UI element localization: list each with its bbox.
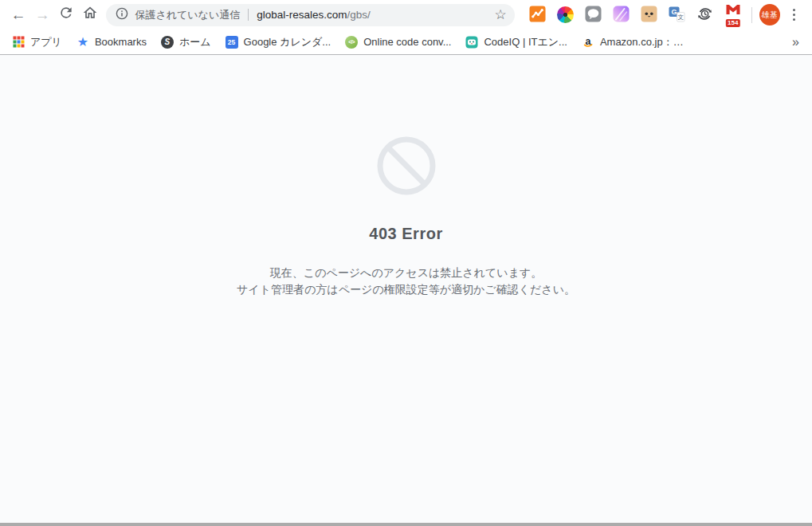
bookmark-label: Amazon.co.jp：… [600, 35, 684, 49]
bookmark-apps[interactable]: アプリ [5, 33, 69, 52]
home-favicon: S [161, 36, 174, 49]
code-converter-favicon: </> [345, 36, 358, 49]
refresh-clock-icon [696, 6, 713, 25]
forward-icon: → [35, 7, 50, 22]
back-icon: ← [11, 7, 26, 22]
bookmark-google-calendar[interactable]: 25 Google カレンダ... [218, 33, 339, 52]
address-bar[interactable]: 保護されていない通信 global-resales.com /gbs/ ☆ [106, 4, 514, 26]
window-bottom-edge [0, 523, 812, 526]
bookmarks-bar: アプリ ★ Bookmarks S ホーム 25 Google カレンダ... … [0, 29, 812, 55]
line-extension-button[interactable] [584, 5, 603, 26]
profile-avatar[interactable]: 雄基 [759, 4, 780, 26]
bookmark-label: Google カレンダ... [244, 35, 331, 49]
error-message-line: 現在、このページへのアクセスは禁止されています。 [0, 265, 812, 281]
bookmark-this-page-icon[interactable]: ☆ [494, 8, 506, 22]
bookmark-bookmarks-folder[interactable]: ★ Bookmarks [69, 33, 154, 52]
apps-grid-icon [12, 36, 25, 49]
kebab-menu-icon [793, 9, 796, 22]
info-icon[interactable] [116, 7, 128, 23]
gmail-notifier-extension-button[interactable]: 154 [724, 5, 743, 26]
url-path[interactable]: /gbs/ [347, 9, 371, 21]
browser-window: ← → 保護されていない通信 global-resales.com /gbs/ … [0, 0, 812, 526]
back-button[interactable]: ← [6, 2, 30, 27]
toolbar-divider [751, 7, 752, 23]
forbidden-icon [377, 184, 436, 198]
error-message-line: サイト管理者の方はページの権限設定等が適切かご確認ください。 [0, 281, 812, 298]
robot-extension-button[interactable] [640, 5, 659, 26]
bookmark-codeiq[interactable]: CodeIQ | ITエン... [458, 33, 574, 52]
forward-button[interactable]: → [30, 2, 54, 27]
robot-face-icon [641, 6, 657, 25]
session-history-extension-button[interactable] [696, 5, 715, 26]
feather-gradient-icon [613, 6, 630, 25]
extensions-area: G文 154 [528, 5, 743, 26]
translate-extension-button[interactable]: G文 [668, 5, 687, 26]
reload-button[interactable] [54, 2, 78, 27]
bookmark-online-code-converter[interactable]: </> Online code conv... [338, 33, 458, 52]
error-title: 403 Error [0, 225, 812, 243]
calendar-favicon: 25 [226, 36, 238, 49]
gmail-unread-badge: 154 [725, 19, 739, 27]
blue-star-icon: ★ [76, 36, 89, 49]
bookmark-amazon[interactable]: a Amazon.co.jp：… [575, 33, 691, 52]
error-page-content: 403 Error 現在、このページへのアクセスは禁止されています。 サイト管理… [0, 55, 812, 523]
bookmarks-overflow-chevron[interactable]: » [787, 35, 804, 49]
bookmark-home[interactable]: S ホーム [154, 33, 218, 52]
amazon-favicon: a [582, 36, 594, 49]
bookmark-label: アプリ [30, 35, 62, 49]
error-message: 現在、このページへのアクセスは禁止されています。 サイト管理者の方はページの権限… [0, 265, 812, 298]
analytics-extension-button[interactable] [528, 5, 547, 26]
chrome-menu-button[interactable] [783, 3, 806, 27]
reload-icon [58, 5, 74, 25]
home-icon [82, 5, 98, 25]
bookmark-label: Bookmarks [95, 36, 147, 48]
codeiq-robot-favicon [465, 36, 478, 49]
bookmark-label: CodeIQ | ITエン... [484, 35, 567, 49]
url-domain[interactable]: global-resales.com [257, 9, 347, 21]
security-label[interactable]: 保護されていない通信 [135, 8, 240, 22]
bookmark-label: ホーム [179, 35, 211, 49]
purple-feather-extension-button[interactable] [612, 5, 631, 26]
analytics-icon [529, 6, 546, 25]
address-divider [248, 9, 249, 21]
color-picker-extension-button[interactable] [556, 5, 575, 26]
svg-text:G: G [672, 8, 677, 16]
google-translate-icon: G文 [669, 6, 685, 25]
color-wheel-icon [557, 6, 574, 23]
browser-toolbar: ← → 保護されていない通信 global-resales.com /gbs/ … [0, 0, 812, 29]
bookmark-label: Online code conv... [363, 36, 451, 48]
home-button[interactable] [78, 2, 102, 27]
line-chat-icon [585, 6, 602, 25]
svg-text:文: 文 [678, 13, 685, 20]
